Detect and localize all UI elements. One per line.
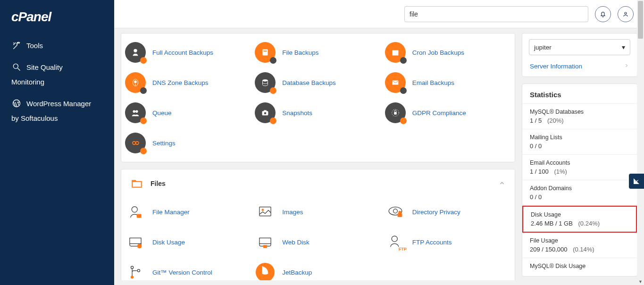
directory-privacy-icon xyxy=(385,201,406,222)
svg-rect-24 xyxy=(398,213,402,217)
stat-value: 2.46 MB / 1 GB xyxy=(531,220,573,227)
svg-rect-4 xyxy=(263,50,268,56)
svg-rect-14 xyxy=(264,110,267,112)
item-full-account-backups[interactable]: Full Account Backups xyxy=(124,40,252,65)
server-info-link[interactable]: Server Information xyxy=(529,60,630,71)
item-database-backups[interactable]: Database Backups xyxy=(254,70,382,95)
scrollbar-thumb[interactable] xyxy=(638,1,643,39)
stat-value: 1 / 100 xyxy=(530,168,549,175)
item-file-backups[interactable]: File Backups xyxy=(254,40,382,65)
item-web-disk[interactable]: Web Disk xyxy=(254,230,382,254)
magnify-icon xyxy=(11,62,22,72)
stat-mysql-disk-usage[interactable]: MySQL® Disk Usage xyxy=(522,258,637,276)
chart-tab-button[interactable] xyxy=(629,174,644,189)
label: Cron Job Backups xyxy=(412,49,464,56)
label: Database Backups xyxy=(282,79,335,86)
label: FTP Accounts xyxy=(412,239,452,246)
svg-rect-9 xyxy=(392,80,398,84)
sidebar: cPanel Tools Site Quality Monitoring Wor xyxy=(0,0,114,285)
user-button[interactable] xyxy=(618,6,634,22)
git-icon xyxy=(125,262,146,280)
scrollbar[interactable]: ▲ ▼ xyxy=(637,0,644,285)
item-email-backups[interactable]: Email Backups xyxy=(384,70,512,95)
logo: cPanel xyxy=(0,7,114,35)
stat-value: 209 / 150,000 xyxy=(530,246,568,253)
stat-mysql-databases[interactable]: MySQL® Databases 1 / 5 (20%) xyxy=(522,104,637,129)
topbar xyxy=(114,0,644,28)
stat-addon-domains[interactable]: Addon Domains 0 / 0 xyxy=(522,180,637,206)
svg-point-13 xyxy=(264,112,267,115)
item-dns-zone-backups[interactable]: DNS Zone Backups xyxy=(124,70,252,95)
notifications-button[interactable] xyxy=(595,6,611,22)
svg-point-8 xyxy=(263,79,268,82)
item-disk-usage[interactable]: Disk Usage xyxy=(124,230,252,254)
label: DNS Zone Backups xyxy=(152,79,209,86)
label: File Manager xyxy=(152,209,190,216)
files-panel-header[interactable]: Files xyxy=(121,169,515,198)
nav-sq-label2: Monitoring xyxy=(11,78,44,86)
theme-selected: jupiter xyxy=(534,44,552,51)
svg-rect-26 xyxy=(264,245,267,248)
chevron-right-icon xyxy=(624,63,629,70)
item-jetbackup[interactable]: JetBackup xyxy=(254,260,382,280)
theme-card: jupiter ▾ Server Information xyxy=(522,33,637,77)
item-cron-job-backups[interactable]: Cron Job Backups xyxy=(384,40,512,65)
svg-point-11 xyxy=(135,110,138,113)
item-queue[interactable]: Queue xyxy=(124,101,252,125)
label: Web Disk xyxy=(282,239,309,246)
svg-point-30 xyxy=(137,269,140,272)
statistics-card: Statistics MySQL® Databases 1 / 5 (20%) … xyxy=(522,84,637,277)
label: Queue xyxy=(152,109,172,117)
files-panel: Files File Manager xyxy=(121,169,515,280)
theme-select[interactable]: jupiter ▾ xyxy=(529,39,630,55)
stat-mailing-lists[interactable]: Mailing Lists 0 / 0 xyxy=(522,129,637,155)
item-images[interactable]: Images xyxy=(254,200,382,224)
svg-rect-20 xyxy=(137,214,141,218)
svg-point-22 xyxy=(262,209,263,210)
nav-tools[interactable]: Tools xyxy=(0,35,114,57)
stats-header: Statistics xyxy=(522,84,637,104)
item-gdpr[interactable]: GDPR Compliance xyxy=(384,101,512,125)
stat-pct: (0.14%) xyxy=(573,246,594,253)
label: JetBackup xyxy=(282,269,312,276)
label: GDPR Compliance xyxy=(412,109,466,117)
item-settings[interactable]: Settings xyxy=(124,131,252,155)
stat-file-usage[interactable]: File Usage 209 / 150,000 (0.14%) xyxy=(522,233,637,258)
stat-email-accounts[interactable]: Email Accounts 1 / 100 (1%) xyxy=(522,155,637,180)
jetbackup-icon xyxy=(255,262,276,280)
item-directory-privacy[interactable]: Directory Privacy xyxy=(384,200,512,224)
svg-rect-21 xyxy=(259,207,271,216)
svg-rect-5 xyxy=(264,50,267,51)
item-git[interactable]: Git™ Version Control xyxy=(124,260,252,280)
server-info-label: Server Information xyxy=(530,63,582,70)
stat-value: 1 / 5 xyxy=(530,117,542,124)
wordpress-icon xyxy=(11,98,22,109)
svg-point-10 xyxy=(133,110,136,113)
nav-wp-label2: by Softaculous xyxy=(11,114,58,122)
item-file-manager[interactable]: File Manager xyxy=(124,200,252,224)
stat-title: Addon Domains xyxy=(530,185,629,192)
folder-icon xyxy=(131,177,144,190)
svg-point-7 xyxy=(134,80,137,83)
nav-wordpress[interactable]: WordPress Manager by Softaculous xyxy=(0,93,114,129)
stat-disk-usage[interactable]: Disk Usage 2.46 MB / 1 GB (0.24%) xyxy=(522,206,637,233)
search-input[interactable] xyxy=(404,6,588,22)
label: Directory Privacy xyxy=(412,209,460,216)
stat-value: 0 / 0 xyxy=(530,193,542,201)
nav-site-quality[interactable]: Site Quality Monitoring xyxy=(0,57,114,93)
item-ftp-accounts[interactable]: FTP FTP Accounts xyxy=(384,230,512,254)
scroll-down-arrow[interactable]: ▼ xyxy=(637,278,644,285)
svg-point-2 xyxy=(625,12,627,14)
svg-point-23 xyxy=(393,209,397,213)
stat-value: 0 / 0 xyxy=(530,142,542,150)
label: Snapshots xyxy=(282,109,312,117)
svg-point-29 xyxy=(131,276,134,278)
label: Email Backups xyxy=(412,79,454,86)
item-snapshots[interactable]: Snapshots xyxy=(254,101,382,125)
stat-title: Disk Usage xyxy=(531,211,628,218)
stat-title: MySQL® Disk Usage xyxy=(530,263,629,269)
stat-pct: (0.24%) xyxy=(578,220,600,227)
svg-point-19 xyxy=(132,207,137,212)
stat-pct: (1%) xyxy=(554,168,567,175)
nav-wp-label1: WordPress Manager xyxy=(26,98,91,110)
